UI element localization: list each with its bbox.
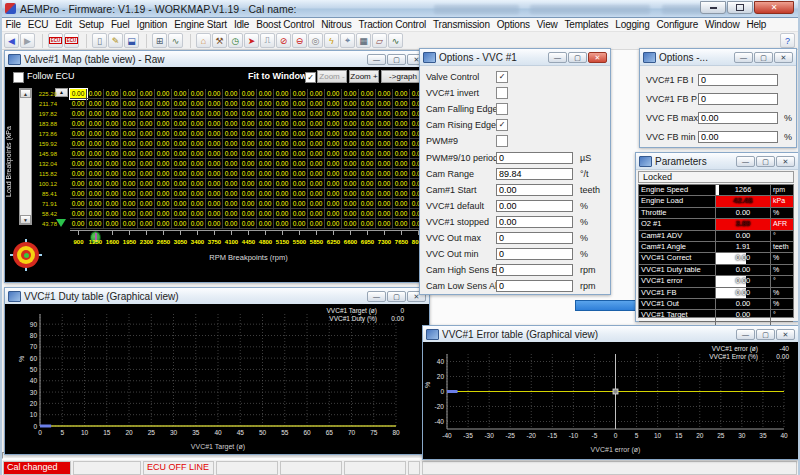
map-cell[interactable]: 0.00 [138, 89, 155, 99]
menu-item-ignition[interactable]: Ignition [133, 19, 171, 30]
map-cell[interactable]: 0.00 [257, 129, 274, 139]
zoom-in-button[interactable]: Zoom + [349, 70, 379, 83]
map-cell[interactable]: 0.00 [342, 119, 359, 129]
map-cell[interactable]: 0.00 [87, 129, 104, 139]
map-cell[interactable]: 0.00 [138, 139, 155, 149]
map-cell[interactable]: 0.00 [70, 189, 87, 199]
map-cell[interactable]: 0.00 [291, 179, 308, 189]
menu-item-engine-start[interactable]: Engine Start [171, 19, 231, 30]
map-cell[interactable]: 0.00 [359, 159, 376, 169]
map-cell[interactable]: 0.00 [308, 209, 325, 219]
map-cell[interactable]: 0.00 [138, 209, 155, 219]
map-cell[interactable]: 0.00 [155, 99, 172, 109]
map-cell[interactable]: 0.00 [155, 199, 172, 209]
cam-1-start-field[interactable] [496, 184, 573, 196]
cam-high-sens-below-field[interactable] [496, 264, 573, 276]
map-cell[interactable]: 0.00 [325, 89, 342, 99]
map-cell[interactable]: 0.00 [308, 179, 325, 189]
map-cell[interactable]: 0.00 [104, 149, 121, 159]
map-cell[interactable]: 0.00 [104, 169, 121, 179]
map-cell[interactable]: 0.00 [291, 219, 308, 229]
map-cell[interactable]: 0.00 [104, 89, 121, 99]
map-cell[interactable]: 0.00 [223, 129, 240, 139]
vvc-1-fb-i-field[interactable] [698, 74, 778, 86]
map-vertical-scrollbar[interactable]: ▲ ▼ [19, 88, 32, 225]
map-cell[interactable]: 0.00 [138, 199, 155, 209]
map-cell[interactable]: 0.00 [121, 139, 138, 149]
map-cell[interactable]: 0.00 [223, 139, 240, 149]
map-cell[interactable]: 0.00 [359, 99, 376, 109]
map-cell[interactable]: 0.00 [257, 149, 274, 159]
minimize-button[interactable]: — [734, 52, 753, 63]
map-cell[interactable]: 0.00 [257, 159, 274, 169]
map-cell[interactable]: 0.00 [291, 129, 308, 139]
map-cell[interactable]: 0.00 [189, 199, 206, 209]
map-cell[interactable]: 0.00 [325, 209, 342, 219]
map-cell[interactable]: 0.00 [121, 99, 138, 109]
map-cell[interactable]: 0.00 [155, 179, 172, 189]
map-cell[interactable]: 0.00 [308, 159, 325, 169]
graph-view-icon[interactable]: ∿ [168, 33, 183, 48]
map-cell[interactable]: 0.00 [155, 119, 172, 129]
gauge-icon[interactable]: ◷ [228, 33, 243, 48]
menu-item-configure[interactable]: Configure [653, 19, 702, 30]
map-cell[interactable]: 0.00 [70, 159, 87, 169]
map-cell[interactable]: 0.00 [240, 169, 257, 179]
map-cell[interactable]: 0.00 [376, 109, 393, 119]
map-cell[interactable]: 0.00 [308, 139, 325, 149]
map-cell[interactable]: 0.00 [342, 149, 359, 159]
map-cell[interactable]: 0.00 [87, 179, 104, 189]
map-cell[interactable]: 0.00 [240, 219, 257, 229]
map-cell[interactable]: 0.00 [257, 119, 274, 129]
map-cell[interactable]: 0.00 [240, 179, 257, 189]
maximize-button[interactable]: ▢ [756, 156, 775, 167]
cam-low-sens-above-field[interactable] [496, 280, 573, 292]
map-cell[interactable]: 0.00 [274, 99, 291, 109]
map-cell[interactable]: 0.00 [240, 159, 257, 169]
map-cell[interactable]: 0.00 [376, 209, 393, 219]
map-cell[interactable]: 0.00 [291, 169, 308, 179]
close-icon[interactable]: ✕ [588, 52, 607, 63]
map-cell[interactable]: 0.00 [342, 99, 359, 109]
map-cell[interactable]: 0.00 [138, 169, 155, 179]
engine-tools-icon[interactable]: ⚒ [212, 33, 227, 48]
spark-icon[interactable]: ϟ [324, 33, 339, 48]
map-cell[interactable]: 0.00 [393, 219, 410, 229]
fit-to-window-checkbox[interactable]: ✓ [305, 72, 316, 83]
map-cell[interactable]: 0.00 [172, 109, 189, 119]
map-cell[interactable]: 0.00 [274, 189, 291, 199]
map-cell[interactable]: 0.00 [155, 129, 172, 139]
map-cell[interactable]: 0.00 [121, 219, 138, 229]
map-cell[interactable]: 0.00 [87, 99, 104, 109]
map-cell[interactable]: 0.00 [121, 149, 138, 159]
map-cell[interactable]: 0.00 [274, 129, 291, 139]
map-cell[interactable]: 0.00 [274, 209, 291, 219]
map-cell[interactable]: 0.00 [308, 149, 325, 159]
pwm-9-10-period-field[interactable] [496, 152, 573, 164]
map-cell[interactable]: 0.00 [172, 189, 189, 199]
wheel-icon[interactable]: ◎ [308, 33, 323, 48]
map-cell[interactable]: 0.00 [70, 99, 87, 109]
map-cell[interactable]: 0.00 [359, 169, 376, 179]
map-cell[interactable]: 0.00 [240, 209, 257, 219]
map-cell[interactable]: 0.00 [223, 189, 240, 199]
map-cell[interactable]: 0.00 [87, 209, 104, 219]
map-cell[interactable]: 0.00 [257, 199, 274, 209]
map-cell[interactable]: 0.00 [359, 199, 376, 209]
map-cell[interactable]: 0.00 [308, 119, 325, 129]
options-fb-titlebar[interactable]: Options -... — ▢ ✕ [640, 49, 796, 66]
map-cell[interactable]: 0.00 [172, 199, 189, 209]
map-cell[interactable]: 0.00 [87, 119, 104, 129]
map-cell[interactable]: 0.00 [257, 219, 274, 229]
map-cell[interactable]: 0.00 [70, 219, 87, 229]
map-cell[interactable]: 0.00 [223, 169, 240, 179]
map-cell[interactable]: 0.00 [393, 89, 410, 99]
maximize-button[interactable]: ▢ [756, 329, 775, 340]
menu-item-transmission[interactable]: Transmission [430, 19, 494, 30]
map-cell[interactable]: 0.00 [257, 179, 274, 189]
map-cell[interactable]: 0.00 [291, 89, 308, 99]
follow-ecu-checkbox[interactable] [13, 72, 24, 83]
map-cell[interactable]: 0.00 [138, 159, 155, 169]
map-cell[interactable]: 0.00 [274, 199, 291, 209]
menu-item-file[interactable]: File [2, 19, 24, 30]
